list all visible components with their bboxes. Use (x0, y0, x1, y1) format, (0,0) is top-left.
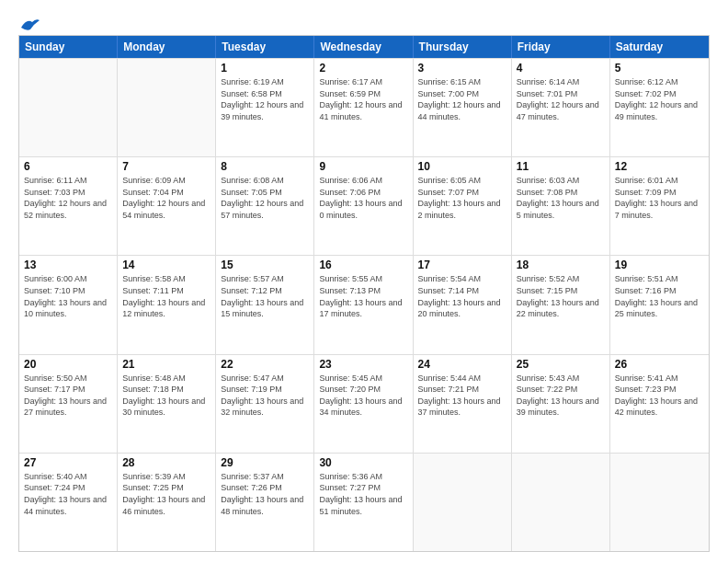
calendar: SundayMondayTuesdayWednesdayThursdayFrid… (18, 35, 710, 552)
day-info: Sunrise: 6:14 AM Sunset: 7:01 PM Dayligh… (517, 76, 605, 122)
cal-cell: 5Sunrise: 6:12 AM Sunset: 7:02 PM Daylig… (610, 59, 709, 156)
day-info: Sunrise: 6:12 AM Sunset: 7:02 PM Dayligh… (615, 76, 704, 122)
cal-cell: 3Sunrise: 6:15 AM Sunset: 7:00 PM Daylig… (414, 59, 512, 156)
day-number: 6 (24, 160, 112, 173)
day-info: Sunrise: 5:55 AM Sunset: 7:13 PM Dayligh… (319, 273, 407, 319)
day-number: 8 (221, 160, 309, 173)
header (18, 17, 710, 28)
day-number: 5 (615, 62, 704, 75)
cal-cell: 8Sunrise: 6:08 AM Sunset: 7:05 PM Daylig… (216, 157, 314, 255)
cal-cell: 21Sunrise: 5:48 AM Sunset: 7:18 PM Dayli… (118, 355, 216, 453)
day-info: Sunrise: 5:44 AM Sunset: 7:21 PM Dayligh… (418, 373, 506, 419)
day-number: 24 (418, 358, 506, 371)
day-info: Sunrise: 6:09 AM Sunset: 7:04 PM Dayligh… (122, 175, 210, 221)
day-number: 17 (418, 259, 506, 271)
day-info: Sunrise: 6:00 AM Sunset: 7:10 PM Dayligh… (24, 273, 112, 319)
cal-cell: 22Sunrise: 5:47 AM Sunset: 7:19 PM Dayli… (216, 355, 314, 453)
cal-header-wednesday: Wednesday (314, 36, 413, 58)
logo-text (18, 17, 40, 31)
cal-cell: 29Sunrise: 5:37 AM Sunset: 7:26 PM Dayli… (216, 454, 314, 551)
cal-header-saturday: Saturday (610, 36, 709, 58)
day-info: Sunrise: 5:39 AM Sunset: 7:25 PM Dayligh… (122, 471, 210, 517)
day-number: 18 (517, 259, 605, 271)
cal-header-friday: Friday (512, 36, 610, 58)
day-info: Sunrise: 6:06 AM Sunset: 7:06 PM Dayligh… (319, 175, 407, 221)
day-number: 11 (517, 160, 605, 173)
day-number: 16 (319, 259, 407, 271)
day-number: 21 (122, 358, 210, 371)
day-info: Sunrise: 6:08 AM Sunset: 7:05 PM Dayligh… (221, 175, 309, 221)
day-info: Sunrise: 6:05 AM Sunset: 7:07 PM Dayligh… (418, 175, 506, 221)
cal-cell: 27Sunrise: 5:40 AM Sunset: 7:24 PM Dayli… (19, 454, 118, 551)
cal-week-2: 13Sunrise: 6:00 AM Sunset: 7:10 PM Dayli… (19, 255, 709, 353)
cal-cell: 4Sunrise: 6:14 AM Sunset: 7:01 PM Daylig… (512, 59, 610, 156)
cal-cell: 11Sunrise: 6:03 AM Sunset: 7:08 PM Dayli… (512, 157, 610, 255)
day-info: Sunrise: 6:17 AM Sunset: 6:59 PM Dayligh… (319, 76, 407, 122)
day-number: 23 (319, 358, 407, 371)
day-number: 4 (517, 62, 605, 75)
day-number: 2 (319, 62, 407, 75)
day-info: Sunrise: 6:03 AM Sunset: 7:08 PM Dayligh… (517, 175, 605, 221)
day-info: Sunrise: 5:41 AM Sunset: 7:23 PM Dayligh… (615, 373, 704, 419)
day-number: 10 (418, 160, 506, 173)
cal-cell: 26Sunrise: 5:41 AM Sunset: 7:23 PM Dayli… (610, 355, 709, 453)
cal-cell: 24Sunrise: 5:44 AM Sunset: 7:21 PM Dayli… (414, 355, 512, 453)
day-info: Sunrise: 5:52 AM Sunset: 7:15 PM Dayligh… (517, 273, 605, 319)
day-info: Sunrise: 6:15 AM Sunset: 7:00 PM Dayligh… (418, 76, 506, 122)
day-number: 28 (122, 456, 210, 469)
day-info: Sunrise: 5:36 AM Sunset: 7:27 PM Dayligh… (319, 471, 407, 517)
cal-week-3: 20Sunrise: 5:50 AM Sunset: 7:17 PM Dayli… (19, 354, 709, 453)
cal-header-monday: Monday (118, 36, 216, 58)
cal-cell: 30Sunrise: 5:36 AM Sunset: 7:27 PM Dayli… (314, 454, 413, 551)
cal-cell (512, 454, 610, 551)
day-info: Sunrise: 5:51 AM Sunset: 7:16 PM Dayligh… (615, 273, 704, 319)
cal-week-1: 6Sunrise: 6:11 AM Sunset: 7:03 PM Daylig… (19, 156, 709, 255)
cal-cell: 17Sunrise: 5:54 AM Sunset: 7:14 PM Dayli… (414, 256, 512, 353)
day-info: Sunrise: 5:54 AM Sunset: 7:14 PM Dayligh… (418, 273, 506, 319)
day-number: 19 (615, 259, 704, 271)
cal-week-4: 27Sunrise: 5:40 AM Sunset: 7:24 PM Dayli… (19, 453, 709, 551)
cal-cell: 1Sunrise: 6:19 AM Sunset: 6:58 PM Daylig… (216, 59, 314, 156)
day-info: Sunrise: 5:57 AM Sunset: 7:12 PM Dayligh… (221, 273, 309, 319)
cal-cell: 28Sunrise: 5:39 AM Sunset: 7:25 PM Dayli… (118, 454, 216, 551)
day-info: Sunrise: 6:01 AM Sunset: 7:09 PM Dayligh… (615, 175, 704, 221)
day-info: Sunrise: 6:11 AM Sunset: 7:03 PM Dayligh… (24, 175, 112, 221)
cal-cell: 10Sunrise: 6:05 AM Sunset: 7:07 PM Dayli… (414, 157, 512, 255)
cal-cell (118, 59, 216, 156)
day-info: Sunrise: 5:45 AM Sunset: 7:20 PM Dayligh… (319, 373, 407, 419)
cal-cell: 19Sunrise: 5:51 AM Sunset: 7:16 PM Dayli… (610, 256, 709, 353)
day-number: 20 (24, 358, 112, 371)
day-number: 27 (24, 456, 112, 469)
day-info: Sunrise: 6:19 AM Sunset: 6:58 PM Dayligh… (221, 76, 309, 122)
cal-cell: 2Sunrise: 6:17 AM Sunset: 6:59 PM Daylig… (314, 59, 413, 156)
day-number: 1 (221, 62, 309, 75)
day-number: 30 (319, 456, 407, 469)
logo-bird-icon (19, 17, 40, 31)
day-info: Sunrise: 5:47 AM Sunset: 7:19 PM Dayligh… (221, 373, 309, 419)
cal-cell: 20Sunrise: 5:50 AM Sunset: 7:17 PM Dayli… (19, 355, 118, 453)
calendar-header-row: SundayMondayTuesdayWednesdayThursdayFrid… (19, 36, 709, 58)
day-info: Sunrise: 5:58 AM Sunset: 7:11 PM Dayligh… (122, 273, 210, 319)
day-number: 7 (122, 160, 210, 173)
day-number: 22 (221, 358, 309, 371)
cal-cell: 6Sunrise: 6:11 AM Sunset: 7:03 PM Daylig… (19, 157, 118, 255)
cal-cell: 23Sunrise: 5:45 AM Sunset: 7:20 PM Dayli… (314, 355, 413, 453)
cal-cell (414, 454, 512, 551)
cal-cell: 14Sunrise: 5:58 AM Sunset: 7:11 PM Dayli… (118, 256, 216, 353)
cal-cell: 16Sunrise: 5:55 AM Sunset: 7:13 PM Dayli… (314, 256, 413, 353)
cal-cell: 9Sunrise: 6:06 AM Sunset: 7:06 PM Daylig… (314, 157, 413, 255)
day-number: 25 (517, 358, 605, 371)
page: SundayMondayTuesdayWednesdayThursdayFrid… (0, 0, 728, 563)
day-number: 3 (418, 62, 506, 75)
cal-cell (610, 454, 709, 551)
cal-cell: 18Sunrise: 5:52 AM Sunset: 7:15 PM Dayli… (512, 256, 610, 353)
cal-cell: 7Sunrise: 6:09 AM Sunset: 7:04 PM Daylig… (118, 157, 216, 255)
cal-cell: 15Sunrise: 5:57 AM Sunset: 7:12 PM Dayli… (216, 256, 314, 353)
cal-cell: 25Sunrise: 5:43 AM Sunset: 7:22 PM Dayli… (512, 355, 610, 453)
day-number: 12 (615, 160, 704, 173)
cal-header-thursday: Thursday (414, 36, 512, 58)
cal-cell: 13Sunrise: 6:00 AM Sunset: 7:10 PM Dayli… (19, 256, 118, 353)
cal-week-0: 1Sunrise: 6:19 AM Sunset: 6:58 PM Daylig… (19, 58, 709, 156)
calendar-body: 1Sunrise: 6:19 AM Sunset: 6:58 PM Daylig… (19, 58, 709, 551)
day-info: Sunrise: 5:48 AM Sunset: 7:18 PM Dayligh… (122, 373, 210, 419)
